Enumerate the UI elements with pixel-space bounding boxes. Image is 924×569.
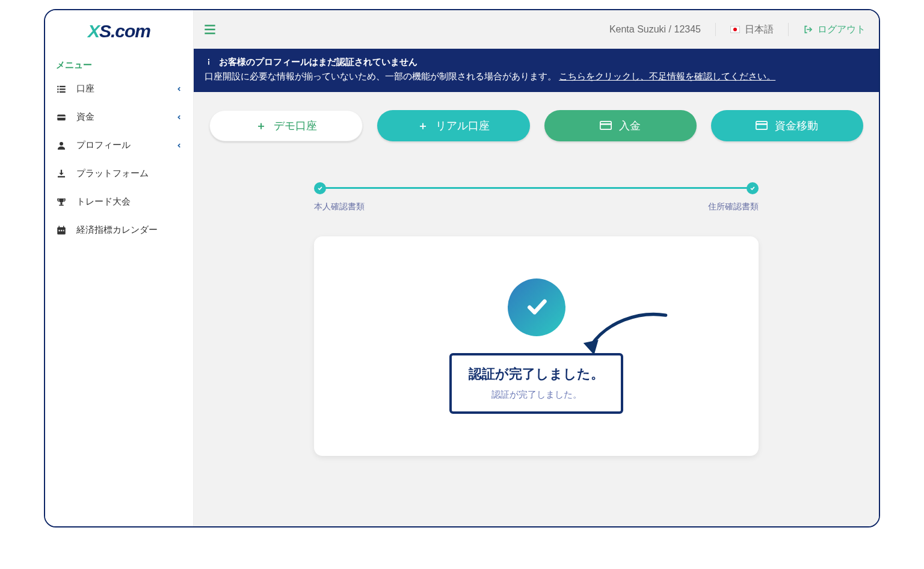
svg-rect-15	[63, 226, 64, 228]
success-check-icon	[508, 278, 565, 336]
svg-rect-7	[57, 116, 66, 117]
language-label: 日本語	[745, 23, 774, 36]
svg-rect-26	[756, 121, 767, 129]
svg-rect-24	[600, 121, 611, 129]
card-icon	[756, 121, 768, 131]
step-dot-address	[747, 182, 759, 194]
stepper: 本人確認書類 住所確認書類	[194, 153, 879, 218]
plus-icon: ＋	[417, 118, 428, 133]
alert-link[interactable]: こちらをクリックし、不足情報を確認してください。	[559, 71, 775, 81]
svg-rect-5	[60, 91, 66, 92]
svg-rect-11	[59, 205, 64, 206]
alert-body: 口座開設に必要な情報が揃っていないため、一部の機能が制限される場合があります。	[205, 71, 556, 81]
sidebar-item-label: プラットフォーム	[76, 168, 149, 179]
action-buttons: ＋ デモ口座 ＋ リアル口座 入金 資金移動	[194, 92, 879, 153]
sidebar-item-account[interactable]: 口座	[45, 75, 193, 103]
sidebar-item-platform[interactable]: プラットフォーム	[45, 159, 193, 188]
svg-rect-17	[61, 230, 62, 231]
logout-button[interactable]: ログアウト	[803, 23, 866, 36]
info-icon	[205, 58, 213, 66]
verification-card: 認証が完了しました。 認証が完了しました。	[314, 236, 759, 456]
main-area: Kenta Suzuki / 12345 日本語 ログアウト	[194, 10, 879, 526]
button-label: デモ口座	[274, 118, 317, 133]
step-dot-identity	[314, 182, 326, 194]
callout-title: 認証が完了しました。	[469, 365, 604, 383]
hamburger-icon[interactable]	[202, 22, 218, 37]
real-account-button[interactable]: ＋ リアル口座	[377, 110, 529, 141]
svg-rect-2	[57, 88, 58, 90]
svg-rect-25	[600, 123, 611, 125]
chevron-left-icon	[176, 86, 182, 92]
download-icon	[56, 168, 67, 179]
calendar-icon	[56, 225, 67, 236]
transfer-button[interactable]: 資金移動	[711, 110, 863, 141]
sidebar-item-label: 経済指標カレンダー	[76, 224, 158, 236]
svg-rect-4	[57, 91, 58, 92]
flag-jp-icon	[730, 26, 740, 33]
alert-title: お客様のプロフィールはまだ認証されていません	[219, 55, 417, 69]
svg-rect-9	[58, 176, 65, 177]
demo-account-button[interactable]: ＋ デモ口座	[209, 110, 363, 141]
topbar-right: Kenta Suzuki / 12345 日本語 ログアウト	[609, 23, 866, 36]
sidebar-item-label: 口座	[76, 83, 94, 94]
trophy-icon	[56, 197, 67, 208]
deposit-button[interactable]: 入金	[544, 110, 697, 141]
wallet-icon	[56, 112, 67, 123]
logout-label: ログアウト	[818, 23, 866, 36]
sidebar-item-label: 資金	[76, 111, 94, 123]
svg-rect-3	[60, 88, 66, 90]
plus-icon: ＋	[256, 118, 266, 133]
logout-icon	[803, 25, 813, 34]
topbar: Kenta Suzuki / 12345 日本語 ログアウト	[194, 10, 879, 49]
svg-rect-10	[61, 202, 63, 205]
sidebar: XS.com メニュー 口座 資金	[45, 10, 194, 526]
svg-rect-18	[63, 230, 64, 231]
svg-rect-1	[60, 85, 66, 87]
button-label: 入金	[619, 118, 641, 133]
svg-rect-0	[57, 85, 58, 87]
app-window: XS.com メニュー 口座 資金	[44, 9, 880, 527]
user-label: Kenta Suzuki / 12345	[609, 24, 701, 35]
verification-callout: 認証が完了しました。 認証が完了しました。	[449, 353, 623, 414]
sidebar-item-competition[interactable]: トレード大会	[45, 188, 193, 216]
list-icon	[56, 84, 67, 94]
sidebar-item-label: プロフィール	[76, 140, 131, 151]
sidebar-item-funds[interactable]: 資金	[45, 103, 193, 131]
step-label-address: 住所確認書類	[708, 201, 759, 212]
step-label-identity: 本人確認書類	[314, 201, 365, 212]
button-label: 資金移動	[775, 118, 818, 133]
sidebar-item-calendar[interactable]: 経済指標カレンダー	[45, 216, 193, 244]
sidebar-item-profile[interactable]: プロフィール	[45, 131, 193, 159]
chevron-left-icon	[176, 143, 182, 149]
callout-subtitle: 認証が完了しました。	[469, 389, 604, 401]
language-selector[interactable]: 日本語	[730, 23, 774, 36]
profile-alert: お客様のプロフィールはまだ認証されていません 口座開設に必要な情報が揃っていない…	[194, 49, 879, 92]
menu-title: メニュー	[45, 52, 193, 75]
button-label: リアル口座	[436, 118, 490, 133]
logo: XS.com	[45, 10, 193, 52]
card-icon	[600, 121, 612, 131]
chevron-left-icon	[176, 114, 182, 120]
sidebar-item-label: トレード大会	[76, 196, 131, 208]
svg-rect-14	[59, 226, 60, 228]
svg-rect-16	[59, 230, 60, 231]
svg-point-8	[60, 142, 63, 146]
svg-rect-27	[756, 123, 767, 125]
svg-point-22	[208, 59, 209, 60]
svg-rect-23	[208, 61, 209, 64]
user-icon	[56, 140, 67, 151]
